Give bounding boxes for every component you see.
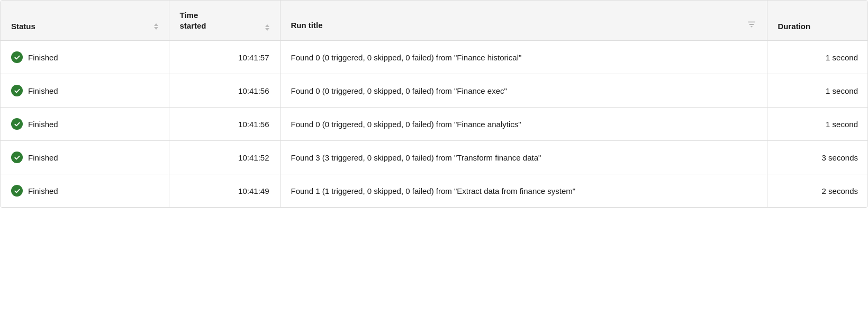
runs-table-container: Status Timestarted — [0, 0, 868, 208]
col-header-duration: Duration — [767, 1, 868, 41]
table-row[interactable]: Finished 10:41:49Found 1 (1 triggered, 0… — [1, 174, 868, 208]
time-started-cell-1: 10:41:56 — [169, 74, 280, 108]
status-cell-3: Finished — [1, 141, 169, 174]
duration-cell-3: 3 seconds — [767, 141, 868, 174]
time-started-header-label: Timestarted — [180, 10, 206, 31]
sort-up-icon — [154, 23, 158, 26]
status-cell-2: Finished — [1, 108, 169, 141]
table-row[interactable]: Finished 10:41:56Found 0 (0 triggered, 0… — [1, 74, 868, 108]
runs-table: Status Timestarted — [1, 1, 868, 207]
time-started-cell-4: 10:41:49 — [169, 174, 280, 208]
col-header-status: Status — [1, 1, 169, 41]
table-row[interactable]: Finished 10:41:56Found 0 (0 triggered, 0… — [1, 108, 868, 141]
status-label: Finished — [28, 120, 58, 129]
status-label: Finished — [28, 153, 58, 162]
time-started-cell-0: 10:41:57 — [169, 41, 280, 74]
time-started-cell-2: 10:41:56 — [169, 108, 280, 141]
duration-header-label: Duration — [778, 22, 811, 31]
finished-icon — [11, 51, 23, 63]
time-started-cell-3: 10:41:52 — [169, 141, 280, 174]
finished-icon — [11, 185, 23, 197]
run-title-cell-4: Found 1 (1 triggered, 0 skipped, 0 faile… — [280, 174, 767, 208]
status-label: Finished — [28, 86, 58, 95]
col-header-time-started: Timestarted — [169, 1, 280, 41]
status-label: Finished — [28, 186, 58, 195]
sort-up-icon — [265, 24, 269, 27]
sort-down-icon — [154, 27, 158, 30]
finished-icon — [11, 85, 23, 96]
table-header-row: Status Timestarted — [1, 1, 868, 41]
status-sort-icon[interactable] — [154, 23, 158, 30]
duration-cell-4: 2 seconds — [767, 174, 868, 208]
duration-cell-2: 1 second — [767, 108, 868, 141]
run-title-cell-1: Found 0 (0 triggered, 0 skipped, 0 faile… — [280, 74, 767, 108]
table-row[interactable]: Finished 10:41:57Found 0 (0 triggered, 0… — [1, 41, 868, 74]
time-sort-icon[interactable] — [265, 24, 269, 31]
table-row[interactable]: Finished 10:41:52Found 3 (3 triggered, 0… — [1, 141, 868, 174]
run-title-cell-2: Found 0 (0 triggered, 0 skipped, 0 faile… — [280, 108, 767, 141]
finished-icon — [11, 118, 23, 130]
duration-cell-0: 1 second — [767, 41, 868, 74]
run-title-header-label: Run title — [291, 21, 323, 30]
status-header-label: Status — [11, 22, 35, 31]
status-cell-0: Finished — [1, 41, 169, 74]
run-title-cell-0: Found 0 (0 triggered, 0 skipped, 0 faile… — [280, 41, 767, 74]
duration-cell-1: 1 second — [767, 74, 868, 108]
status-cell-4: Finished — [1, 174, 169, 208]
status-label: Finished — [28, 53, 58, 62]
filter-icon[interactable] — [747, 20, 756, 31]
col-header-run-title: Run title — [280, 1, 767, 41]
run-title-cell-3: Found 3 (3 triggered, 0 skipped, 0 faile… — [280, 141, 767, 174]
finished-icon — [11, 152, 23, 163]
sort-down-icon — [265, 28, 269, 31]
status-cell-1: Finished — [1, 74, 169, 108]
